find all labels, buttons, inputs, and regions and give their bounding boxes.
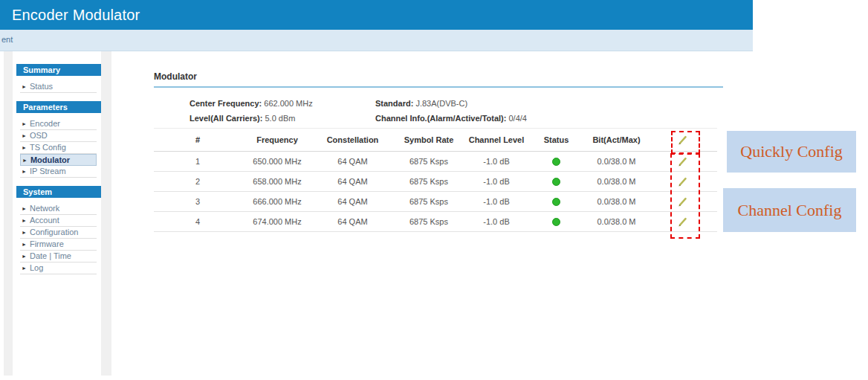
cell-status bbox=[528, 212, 585, 232]
cell-num: 1 bbox=[154, 152, 242, 172]
sidebar-item-label: IP Stream bbox=[30, 167, 66, 175]
triangle-right-icon: ► bbox=[22, 158, 27, 163]
triangle-right-icon: ► bbox=[22, 84, 27, 89]
cell-bit: 0.0/38.0 M bbox=[585, 172, 648, 192]
sidebar-divider bbox=[101, 51, 111, 376]
page-title: Modulator bbox=[154, 71, 197, 82]
sidebar-item-label: OSD bbox=[30, 131, 48, 140]
quickly-config-highlight-box bbox=[671, 131, 700, 154]
cell-symbol-rate: 6875 Ksps bbox=[392, 172, 465, 192]
breadcrumb-bar: ent bbox=[0, 30, 753, 51]
sidebar-item-label: Log bbox=[30, 263, 43, 272]
cell-bit: 0.0/38.0 M bbox=[585, 152, 648, 172]
cell-constellation: 64 QAM bbox=[313, 212, 392, 232]
green-dot-icon bbox=[552, 198, 560, 206]
sidebar-item-label: Account bbox=[30, 216, 59, 225]
cell-frequency: 674.000 MHz bbox=[242, 212, 313, 232]
table-row: 1 650.000 MHz 64 QAM 6875 Ksps -1.0 dB 0… bbox=[154, 152, 717, 172]
cell-constellation: 64 QAM bbox=[313, 192, 392, 212]
col-header-status: Status bbox=[528, 129, 585, 152]
sidebar-item-label: Firmware bbox=[30, 239, 64, 248]
left-gutter bbox=[4, 51, 13, 376]
info-value: 5.0 dBm bbox=[265, 114, 296, 123]
col-header-bit: Bit(Act/Max) bbox=[585, 129, 648, 152]
table-header-row: # Frequency Constellation Symbol Rate Ch… bbox=[154, 129, 717, 152]
channel-config-callout: Channel Config bbox=[723, 188, 856, 232]
info-value: 0/4/4 bbox=[508, 114, 526, 123]
green-dot-icon bbox=[552, 218, 560, 226]
sidebar-item-configuration[interactable]: ►Configuration bbox=[20, 227, 97, 239]
info-label: Level(All Carriers): bbox=[190, 114, 262, 123]
green-dot-icon bbox=[552, 158, 560, 166]
cell-symbol-rate: 6875 Ksps bbox=[392, 212, 465, 232]
info-channel-info: Channel Info.(Alarm/Active/Total): 0/4/4 bbox=[375, 114, 527, 123]
triangle-right-icon: ► bbox=[22, 230, 27, 235]
sidebar-item-ts-config[interactable]: ►TS Config bbox=[20, 142, 97, 154]
sidebar-item-osd[interactable]: ►OSD bbox=[20, 130, 97, 142]
sidebar-item-status[interactable]: ►Status bbox=[20, 81, 97, 93]
cell-constellation: 64 QAM bbox=[313, 172, 392, 192]
cell-symbol-rate: 6875 Ksps bbox=[392, 192, 465, 212]
info-standard: Standard: J.83A(DVB-C) bbox=[375, 99, 467, 108]
app-title: Encoder Modulator bbox=[12, 0, 140, 30]
title-divider bbox=[154, 86, 723, 88]
col-header-frequency: Frequency bbox=[242, 129, 313, 152]
cell-status bbox=[528, 192, 585, 212]
triangle-right-icon: ► bbox=[22, 242, 27, 247]
sidebar-item-label: Status bbox=[30, 82, 53, 91]
info-level: Level(All Carriers): 5.0 dBm bbox=[190, 114, 295, 123]
triangle-right-icon: ► bbox=[22, 265, 27, 271]
sidebar-item-firmware[interactable]: ►Firmware bbox=[20, 239, 97, 251]
channel-config-highlight-box bbox=[670, 153, 700, 239]
info-value: J.83A(DVB-C) bbox=[415, 99, 467, 108]
modulator-table: # Frequency Constellation Symbol Rate Ch… bbox=[154, 128, 717, 232]
sidebar-item-ip-stream[interactable]: ►IP Stream bbox=[20, 166, 97, 178]
sidebar-section-summary: Summary bbox=[16, 64, 101, 76]
sidebar-item-log[interactable]: ►Log bbox=[20, 263, 97, 274]
sidebar-item-modulator[interactable]: ►Modulator bbox=[20, 154, 97, 166]
triangle-right-icon: ► bbox=[22, 218, 27, 223]
sidebar-section-system: System bbox=[16, 186, 101, 198]
cell-num: 3 bbox=[154, 192, 242, 212]
sidebar-item-date-time[interactable]: ►Date | Time bbox=[20, 251, 97, 263]
cell-channel-level: -1.0 dB bbox=[465, 212, 528, 232]
sidebar-section-parameters: Parameters bbox=[16, 101, 101, 113]
cell-status bbox=[528, 152, 585, 172]
cell-num: 4 bbox=[154, 212, 242, 232]
info-label: Center Frequency: bbox=[190, 99, 262, 108]
cell-frequency: 666.000 MHz bbox=[242, 192, 313, 212]
green-dot-icon bbox=[552, 178, 560, 186]
cell-frequency: 650.000 MHz bbox=[242, 152, 313, 172]
sidebar-item-encoder[interactable]: ►Encoder bbox=[20, 118, 97, 130]
sidebar-item-label: Encoder bbox=[30, 119, 60, 128]
breadcrumb-text: ent bbox=[1, 35, 13, 44]
app-header: Encoder Modulator bbox=[0, 0, 753, 30]
cell-status bbox=[528, 172, 585, 192]
triangle-right-icon: ► bbox=[22, 254, 27, 259]
triangle-right-icon: ► bbox=[22, 145, 27, 150]
sidebar-item-label: TS Config bbox=[30, 143, 66, 152]
sidebar-item-label: Modulator bbox=[30, 155, 70, 164]
col-header-channel-level: Channel Level bbox=[465, 129, 528, 152]
triangle-right-icon: ► bbox=[22, 206, 27, 211]
col-header-num: # bbox=[154, 129, 242, 152]
info-label: Standard: bbox=[375, 99, 413, 108]
triangle-right-icon: ► bbox=[22, 133, 27, 138]
table-row: 3 666.000 MHz 64 QAM 6875 Ksps -1.0 dB 0… bbox=[154, 192, 717, 212]
info-center-frequency: Center Frequency: 662.000 MHz bbox=[190, 99, 313, 108]
cell-bit: 0.0/38.0 M bbox=[585, 192, 648, 212]
sidebar-item-account[interactable]: ►Account bbox=[20, 215, 97, 227]
cell-constellation: 64 QAM bbox=[313, 152, 392, 172]
cell-channel-level: -1.0 dB bbox=[465, 172, 528, 192]
cell-symbol-rate: 6875 Ksps bbox=[392, 152, 465, 172]
sidebar-item-network[interactable]: ►Network bbox=[20, 203, 97, 215]
quickly-config-callout: Quickly Config bbox=[727, 131, 856, 173]
table-row: 2 658.000 MHz 64 QAM 6875 Ksps -1.0 dB 0… bbox=[154, 172, 717, 192]
cell-channel-level: -1.0 dB bbox=[465, 152, 528, 172]
sidebar-item-label: Configuration bbox=[30, 228, 78, 236]
cell-bit: 0.0/38.0 M bbox=[585, 212, 648, 232]
cell-channel-level: -1.0 dB bbox=[465, 192, 528, 212]
triangle-right-icon: ► bbox=[22, 169, 27, 174]
sidebar: Summary ►Status Parameters ►Encoder ►OSD… bbox=[13, 64, 101, 283]
cell-frequency: 658.000 MHz bbox=[242, 172, 313, 192]
